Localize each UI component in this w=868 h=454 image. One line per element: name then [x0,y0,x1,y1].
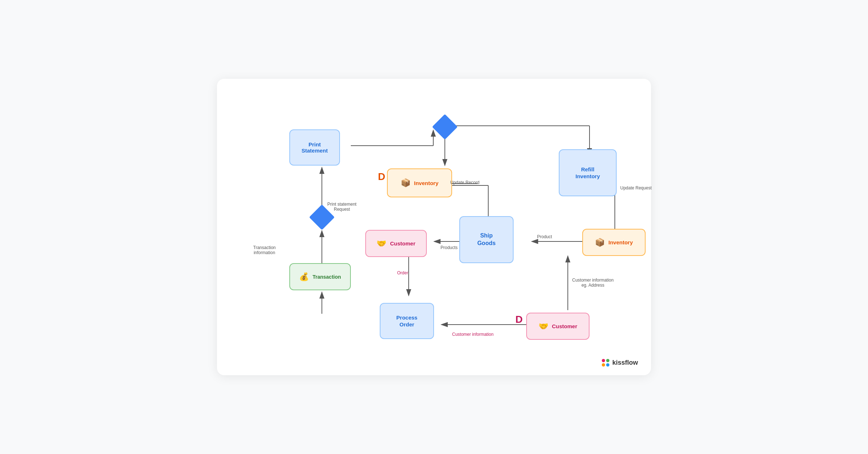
refill-inventory-node[interactable]: RefillInventory [559,149,617,196]
d-label-inventory-top: D [378,171,385,183]
d-label-customer-bottom: D [515,314,523,325]
refill-inventory-label: RefillInventory [575,166,600,180]
inventory-right-label: Inventory [608,239,633,245]
customer-info-label: Customer information [452,332,494,337]
process-order-node[interactable]: ProcessOrder [380,303,434,339]
inventory-top-icon: 📦 [401,178,410,188]
kissflow-text: kissflow [612,359,638,367]
customer-bottom-label: Customer [552,323,577,329]
process-order-label: ProcessOrder [396,314,417,328]
inventory-top-label: Inventory [414,180,439,186]
print-statement-node[interactable]: Print Statement [289,129,340,166]
update-request-label: Update Request [620,185,652,190]
top-diamond [432,114,458,140]
customer-mid-icon: 🤝 [376,239,386,248]
transaction-info-label: Transactioninformation [253,245,276,255]
transaction-icon: 💰 [299,272,309,282]
dot-orange [602,363,605,367]
customer-info-address-label: Customer informationeg. Address [572,278,614,288]
transaction-label: Transaction [312,274,341,280]
kissflow-logo: kissflow [602,359,638,367]
product-label: Product [537,234,552,239]
inventory-right-node[interactable]: 📦 Inventory [582,229,646,256]
inventory-top-node[interactable]: 📦 Inventory [387,168,452,197]
customer-bottom-node[interactable]: 🤝 Customer [526,313,590,340]
customer-bottom-icon: 🤝 [539,322,548,331]
order-label: Order [397,270,408,275]
dot-green [606,359,609,362]
dot-blue [606,363,609,367]
transaction-node[interactable]: 💰 Transaction [289,263,351,290]
print-statement-label: Print Statement [302,141,328,154]
update-record-label: Update Record [450,180,480,185]
ship-goods-node[interactable]: ShipGoods [459,216,514,263]
customer-mid-node[interactable]: 🤝 Customer [365,230,427,257]
kissflow-dots [602,359,609,367]
products-label: Products [441,245,458,250]
inventory-right-icon: 📦 [595,238,605,247]
ship-goods-label: ShipGoods [477,232,496,247]
diagram-container: Print Statement Print statementRequest T… [217,79,651,375]
customer-mid-label: Customer [390,240,415,247]
dot-pink [602,359,605,362]
print-statement-request-label: Print statementRequest [327,202,357,212]
